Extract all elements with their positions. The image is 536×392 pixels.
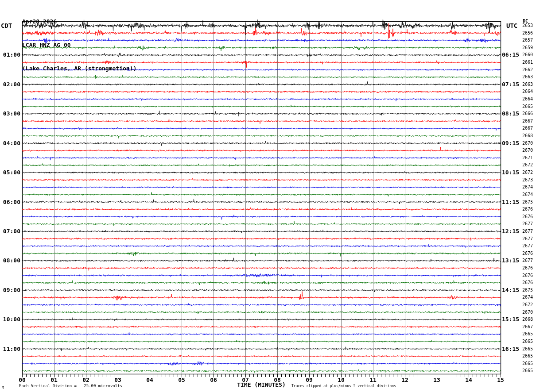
dc-offset-value: 2663 [522, 82, 536, 87]
dc-offset-value: 2653 [522, 23, 536, 28]
cdt-hour-label: 05:00 [0, 169, 20, 176]
logo-mark: M [2, 386, 4, 390]
dc-offset-value: 2668 [522, 317, 536, 322]
utc-hour-label: 07:15 [502, 81, 522, 88]
dc-offset-value: 2665 [522, 339, 536, 344]
x-axis-tick-label: 10 [334, 377, 348, 383]
x-axis-tick-label: 03 [111, 377, 124, 383]
dc-offset-value: 2665 [522, 331, 536, 336]
cdt-hour-label: 06:00 [0, 199, 20, 205]
left-timezone-label: CDT [1, 22, 12, 29]
dc-offset-value: 2665 [522, 346, 536, 351]
dc-offset-value: 2677 [522, 229, 536, 234]
utc-hour-label: 12:15 [502, 228, 522, 234]
dc-offset-value: 2676 [522, 207, 536, 211]
dc-offset-value: 2665 [522, 104, 536, 109]
x-axis-tick-label: 13 [430, 377, 443, 383]
dc-offset-value: 2675 [522, 288, 536, 292]
dc-offset-value: 2675 [522, 200, 536, 204]
x-axis-tick-label: 14 [462, 377, 475, 383]
dc-offset-value: 2659 [522, 45, 536, 50]
cdt-hour-label: 08:00 [0, 257, 20, 264]
cdt-hour-label: 02:00 [0, 81, 20, 88]
cdt-hour-label: 11:00 [0, 346, 20, 352]
x-axis-tick-label: 04 [143, 377, 156, 383]
dc-offset-value: 2676 [522, 265, 536, 270]
dc-offset-value: 2671 [522, 155, 536, 160]
clip-note: Traces clipped at plus/minus 5 vertical … [291, 384, 396, 388]
cdt-hour-label: 04:00 [0, 140, 20, 146]
x-axis-tick-label: 15 [494, 377, 507, 383]
title-block: Apr28,2026 LCAR HNZ AG 00 (Lake Charles,… [22, 1, 136, 80]
dc-offset-value: 2665 [522, 354, 536, 358]
title-station: LCAR HNZ AG 00 [22, 42, 136, 48]
scale-note-value: 25.00 microvolts [84, 384, 122, 388]
utc-hour-label: 16:15 [502, 346, 522, 352]
dc-offset-value: 2662 [522, 67, 536, 72]
cdt-hour-label: 01:00 [0, 51, 20, 58]
x-axis-tick-label: 05 [175, 377, 188, 383]
x-axis-tick-label: 01 [47, 377, 61, 383]
dc-offset-value: 2677 [522, 243, 536, 248]
utc-hour-label: 10:15 [502, 169, 522, 176]
dc-offset-value: 2664 [522, 96, 536, 101]
scale-note: Each Vertical Division = 25.00 microvolt… [19, 384, 122, 388]
dc-offset-value: 2674 [522, 192, 536, 197]
cdt-hour-label: 09:00 [0, 287, 20, 293]
dc-offset-value: 2672 [522, 170, 536, 175]
dc-offset-value: 2674 [522, 295, 536, 300]
dc-offset-value: 2672 [522, 162, 536, 167]
dc-offset-value: 2676 [522, 251, 536, 256]
dc-offset-value: 2676 [522, 280, 536, 285]
dc-offset-value: 2665 [522, 361, 536, 366]
dc-offset-value: 2660 [522, 52, 536, 57]
dc-offset-value: 2677 [522, 221, 536, 226]
dc-offset-value: 2670 [522, 148, 536, 153]
dc-offset-value: 2663 [522, 74, 536, 79]
dc-offset-value: 2661 [522, 60, 536, 65]
dc-offset-value: 2677 [522, 236, 536, 241]
dc-offset-value: 2672 [522, 302, 536, 307]
utc-hour-label: 14:15 [502, 287, 522, 293]
dc-offset-value: 2676 [522, 214, 536, 219]
dc-offset-value: 2668 [522, 133, 536, 138]
dc-offset-value: 2667 [522, 324, 536, 329]
title-date: Apr28,2026 [22, 18, 136, 25]
right-timezone-label: UTC [506, 22, 517, 29]
dc-offset-value: 2664 [522, 89, 536, 94]
dc-offset-value: 2665 [522, 368, 536, 373]
utc-hour-label: 15:15 [502, 316, 522, 323]
dc-offset-value: 2656 [522, 31, 536, 35]
dc-offset-value: 2676 [522, 273, 536, 278]
dc-offset-value: 2674 [522, 184, 536, 189]
dc-offset-value: 2657 [522, 38, 536, 42]
x-axis-tick-label: 11 [366, 377, 380, 383]
dc-offset-value: 2666 [522, 111, 536, 116]
title-location: (Lake Charles, AR (strongmotion)) [22, 65, 136, 72]
dc-offset-value: 2677 [522, 258, 536, 263]
dc-offset-value: 2670 [522, 310, 536, 315]
utc-hour-label: 08:15 [502, 110, 522, 117]
utc-hour-label: 13:15 [502, 257, 522, 264]
dc-offset-value: 2667 [522, 126, 536, 131]
cdt-hour-label: 07:00 [0, 228, 20, 234]
x-axis-tick-label: 12 [398, 377, 412, 383]
utc-hour-label: 06:15 [502, 51, 522, 58]
dc-offset-value: 2673 [522, 177, 536, 182]
dc-offset-value: 2667 [522, 119, 536, 123]
utc-hour-label: 09:15 [502, 140, 522, 146]
scale-note-label: Each Vertical Division = [19, 384, 77, 388]
dc-offset-value: 2670 [522, 141, 536, 146]
cdt-hour-label: 03:00 [0, 110, 20, 117]
x-axis-tick-label: 00 [16, 377, 29, 383]
x-axis-tick-label: 02 [79, 377, 93, 383]
utc-hour-label: 11:15 [502, 199, 522, 205]
cdt-hour-label: 10:00 [0, 316, 20, 323]
